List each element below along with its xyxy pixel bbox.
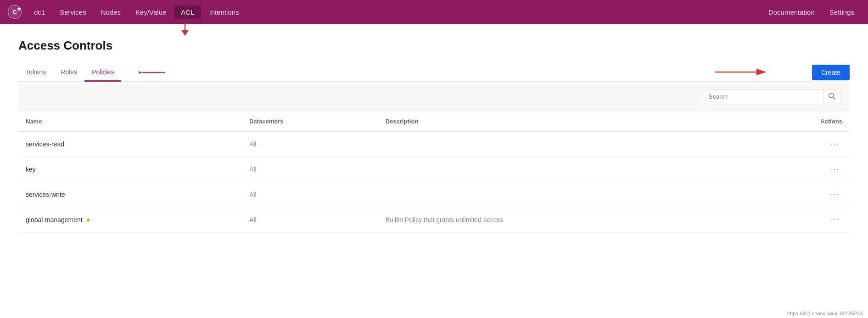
- nav-item-nodes[interactable]: Nodes: [95, 6, 127, 19]
- row-actions-button[interactable]: ···: [828, 215, 842, 225]
- search-box: [703, 89, 840, 104]
- cell-name: services-read: [18, 132, 242, 157]
- cell-actions: ···: [748, 182, 850, 207]
- consul-logo: C: [7, 5, 22, 19]
- cell-name: key: [18, 157, 242, 182]
- topnav: C dc1 Services Nodes Key/Value ACL Inten…: [0, 0, 868, 24]
- cell-actions: ···: [748, 157, 850, 182]
- tab-policies[interactable]: Policies: [84, 64, 121, 82]
- tabs-row: Tokens Roles Policies: [18, 64, 850, 82]
- cell-name: services-write: [18, 182, 242, 207]
- nav-right: Documentation Settings: [762, 6, 861, 19]
- cell-actions: ···: [748, 207, 850, 233]
- col-header-name: Name: [18, 112, 242, 132]
- annotation-arrow-policies: [139, 66, 166, 80]
- page-content: Access Controls Tokens Roles Policies: [0, 24, 868, 247]
- cell-description: [378, 132, 748, 157]
- col-header-actions: Actions: [748, 112, 850, 132]
- search-button[interactable]: [823, 89, 840, 104]
- cell-datacenters: All: [242, 182, 378, 207]
- search-area: [18, 82, 850, 112]
- nav-documentation[interactable]: Documentation: [762, 6, 821, 19]
- page-title: Access Controls: [18, 39, 850, 53]
- row-actions-button[interactable]: ···: [828, 139, 842, 149]
- cell-datacenters: All: [242, 132, 378, 157]
- nav-item-intentions[interactable]: Intentions: [203, 6, 246, 19]
- nav-items: dc1 Services Nodes Key/Value ACL Intenti…: [28, 6, 762, 19]
- policies-table: Name Datacenters Description Actions ser…: [18, 112, 850, 233]
- star-icon: ★: [85, 216, 91, 223]
- annotation-arrow-create: [714, 66, 769, 80]
- create-button[interactable]: Create: [812, 65, 850, 80]
- row-actions-button[interactable]: ···: [828, 190, 842, 200]
- table-row: keyAll···: [18, 157, 850, 182]
- cell-datacenters: All: [242, 157, 378, 182]
- nav-settings[interactable]: Settings: [823, 6, 861, 19]
- search-input[interactable]: [703, 90, 823, 103]
- nav-item-dc1[interactable]: dc1: [28, 6, 51, 19]
- table-row: services-readAll···: [18, 132, 850, 157]
- cell-datacenters: All: [242, 207, 378, 233]
- nav-item-acl[interactable]: ACL: [174, 6, 201, 19]
- cell-actions: ···: [748, 132, 850, 157]
- tab-roles[interactable]: Roles: [53, 64, 84, 82]
- row-actions-button[interactable]: ···: [828, 164, 842, 174]
- search-icon: [828, 92, 835, 100]
- table-row: services-writeAll···: [18, 182, 850, 207]
- table-row: global-management★AllBuiltin Policy that…: [18, 207, 850, 233]
- svg-line-11: [833, 97, 835, 99]
- cell-description: Builtin Policy that grants unlimited acc…: [378, 207, 748, 233]
- svg-text:C: C: [12, 9, 17, 16]
- svg-point-3: [17, 7, 20, 10]
- col-header-description: Description: [378, 112, 748, 132]
- cell-name: global-management★: [18, 207, 242, 233]
- nav-item-keyvalue[interactable]: Key/Value: [129, 6, 173, 19]
- nav-item-services[interactable]: Services: [53, 6, 93, 19]
- col-header-datacenters: Datacenters: [242, 112, 378, 132]
- table-header-row: Name Datacenters Description Actions: [18, 112, 850, 132]
- cell-description: [378, 157, 748, 182]
- cell-description: [378, 182, 748, 207]
- tab-tokens[interactable]: Tokens: [18, 64, 53, 82]
